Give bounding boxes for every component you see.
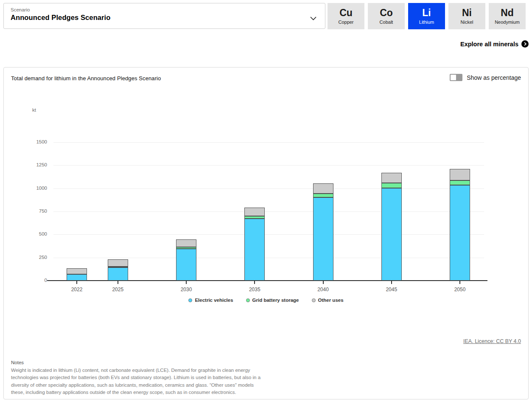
mineral-tabs: Cu Copper Co Cobalt Li Lithium Ni Nickel… [328,3,526,29]
x-tick-label: 2035 [241,287,268,292]
toggle-track[interactable] [450,74,462,81]
bar-segment [176,249,196,281]
bar-segment [244,219,265,281]
bar-segment [176,239,196,247]
x-axis-tick [391,281,392,284]
bar-segment [450,185,470,281]
grid-line [53,188,484,189]
explore-all-minerals-link[interactable]: Explore all minerals [460,40,529,48]
mineral-name: Copper [338,20,353,25]
y-tick-label: 1000 [4,186,47,191]
show-as-percentage-toggle[interactable]: Show as percentage [450,74,521,81]
chevron-down-icon [310,14,316,22]
legend-label: Electric vehicles [195,298,233,303]
iea-licence-link[interactable]: IEA. Licence: CC BY 4.0 [463,338,521,344]
x-axis-tick [186,281,187,284]
x-axis-tick [76,281,77,284]
x-axis-tick [323,281,324,284]
tab-cobalt[interactable]: Co Cobalt [368,3,405,29]
bar-segment [176,247,196,249]
mineral-symbol: Nd [501,8,514,18]
x-axis-tick [459,281,460,284]
plot-area: 2022202520302035204020452050 [53,142,484,281]
x-tick-label: 2050 [446,287,473,292]
bar-segment [381,173,402,183]
y-tick-label: 0 [4,278,47,283]
chart-legend: Electric vehiclesGrid battery storageOth… [4,298,528,303]
y-tick-label: 250 [4,255,47,260]
bar-segment [108,259,128,267]
legend-swatch-icon [246,298,250,302]
x-tick-label: 2045 [378,287,405,292]
grid-line [53,234,484,235]
mineral-symbol: Ni [462,8,472,18]
notes-title: Notes [11,360,24,365]
bar-segment [244,208,265,216]
legend-label: Other uses [318,298,344,303]
y-axis-unit-label: kt [32,107,36,112]
arrow-right-circle-icon [521,40,529,48]
bar-segment [108,267,128,281]
tab-nickel[interactable]: Ni Nickel [448,3,485,29]
bar-segment [67,268,87,274]
bar-segment [313,183,333,194]
grid-line [53,165,484,166]
legend-swatch-icon [188,298,192,302]
toggle-label: Show as percentage [467,74,521,81]
bar-segment [450,180,470,185]
chart-title: Total demand for lithium in the Announce… [11,75,161,82]
tab-copper[interactable]: Cu Copper [328,3,364,29]
scenario-dropdown[interactable]: Scenario Announced Pledges Scenario [3,3,325,29]
bar-segment [67,274,87,281]
x-tick-label: 2022 [63,287,90,292]
grid-line [53,142,484,143]
notes-text: Weight is indicated in lithium (Li) cont… [11,367,266,396]
y-axis-labels: 0250500750100012501500 [4,142,47,281]
chart-card: Total demand for lithium in the Announce… [3,67,529,399]
mineral-symbol: Li [422,8,431,18]
mineral-name: Lithium [419,20,434,25]
bar-segment [244,216,265,219]
tab-neodymium[interactable]: Nd Neodymium [489,3,526,29]
legend-label: Grid battery storage [252,298,299,303]
scenario-dropdown-value: Announced Pledges Scenario [11,14,304,22]
y-tick-label: 1250 [4,162,47,167]
bar-segment [381,183,402,188]
bar-segment [381,188,402,281]
x-tick-label: 2040 [310,287,337,292]
x-tick-label: 2030 [173,287,200,292]
grid-line [53,211,484,212]
mineral-symbol: Cu [339,8,353,18]
x-tick-label: 2025 [104,287,132,292]
mineral-name: Neodymium [495,20,520,25]
legend-item[interactable]: Electric vehicles [188,298,233,303]
mineral-symbol: Co [380,8,393,18]
legend-item[interactable]: Grid battery storage [246,298,299,303]
mineral-name: Cobalt [380,20,393,25]
x-axis-tick [254,281,255,284]
legend-swatch-icon [312,298,316,302]
mineral-name: Nickel [461,20,473,25]
bar-segment [450,169,470,180]
bar-segment [313,194,333,198]
x-axis-tick [118,281,118,284]
grid-line [53,258,484,258]
explore-all-minerals-label: Explore all minerals [460,41,518,48]
y-tick-label: 1500 [4,139,47,144]
tab-lithium[interactable]: Li Lithium [408,3,445,29]
y-tick-label: 500 [4,231,47,236]
toggle-knob [451,75,456,80]
y-tick-label: 750 [4,208,47,214]
bar-segment [313,197,333,281]
legend-item[interactable]: Other uses [312,298,344,303]
scenario-dropdown-label: Scenario [11,7,304,12]
